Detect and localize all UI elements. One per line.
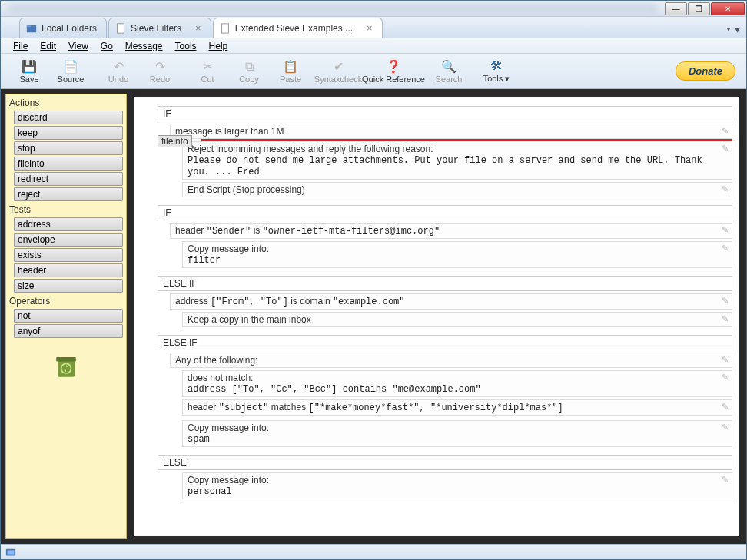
subtest[interactable]: header "subject" matches ["*make*money*f… — [182, 399, 732, 416]
content-area: Actionsdiscardkeepstopfileintoredirectre… — [1, 89, 746, 544]
quick reference-icon: ❓ — [386, 59, 401, 75]
sidebar-item-address[interactable]: address — [14, 217, 123, 231]
donate-button[interactable]: Donate — [676, 61, 735, 81]
search-icon: 🔍 — [441, 59, 456, 75]
toolbar-paste-button: 📋Paste — [270, 55, 311, 88]
toolbar-source-button[interactable]: 📄Source — [50, 55, 91, 88]
toolbar-label: Paste — [280, 75, 301, 84]
sidebar-item-fileinto[interactable]: fileinto — [14, 157, 123, 171]
paste-icon: 📋 — [283, 59, 298, 75]
script-block: IFheader "Sender" is "owner-ietf-mta-fil… — [158, 205, 732, 268]
script-editor[interactable]: fileinto IFmessage is larger than 1M✎Rej… — [134, 97, 739, 536]
edit-pencil-icon[interactable]: ✎ — [722, 422, 729, 432]
svg-rect-3 — [221, 23, 228, 32]
toolbar-save-button[interactable]: 💾Save — [8, 55, 50, 88]
edit-pencil-icon[interactable]: ✎ — [722, 126, 729, 136]
sidebar-heading-operators: Operators — [8, 294, 124, 308]
test-condition[interactable]: message is larger than 1M✎ — [170, 124, 732, 139]
maximize-button[interactable]: ❐ — [688, 2, 710, 15]
sidebar-item-envelope[interactable]: envelope — [14, 233, 123, 247]
action-line[interactable]: Copy message into:filter✎ — [182, 241, 732, 268]
redo-icon: ↷ — [152, 59, 168, 75]
edit-pencil-icon[interactable]: ✎ — [722, 184, 729, 194]
keyword-else[interactable]: ELSE — [158, 455, 732, 470]
sidebar-heading-actions: Actions — [8, 96, 124, 110]
sidebar-item-redirect[interactable]: redirect — [14, 172, 123, 186]
test-condition[interactable]: Any of the following:✎ — [170, 353, 732, 368]
edit-pencil-icon[interactable]: ✎ — [722, 355, 729, 365]
edit-pencil-icon[interactable]: ✎ — [722, 225, 729, 235]
edit-pencil-icon[interactable]: ✎ — [722, 244, 729, 253]
tabstrip: Local Folders Sieve Filters × Extended S… — [1, 17, 746, 38]
toolbar-label: Copy — [239, 75, 259, 84]
edit-pencil-icon[interactable]: ✎ — [722, 314, 729, 324]
tab-extended-examples[interactable]: Extended Sieve Examples ... × — [213, 18, 383, 38]
test-condition[interactable]: address ["From", "To"] is domain "exampl… — [170, 293, 732, 310]
window-title-blurred — [8, 3, 658, 14]
drop-indicator — [201, 139, 732, 141]
minimize-button[interactable]: — — [665, 2, 687, 15]
action-line[interactable]: End Script (Stop processing)✎ — [182, 182, 732, 197]
edit-pencil-icon[interactable]: ✎ — [722, 373, 729, 383]
tab-close-icon[interactable]: × — [367, 22, 373, 34]
status-icon — [5, 547, 16, 558]
toolbar-undo-button: ↶Undo — [98, 55, 139, 88]
toolbar-tools-button[interactable]: 🛠Tools ▾ — [476, 55, 517, 88]
tab-local-folders[interactable]: Local Folders — [19, 18, 107, 38]
sidebar-item-reject[interactable]: reject — [14, 187, 123, 201]
toolbar-search-button: 🔍Search — [428, 55, 470, 88]
sidebar-item-keep[interactable]: keep — [14, 126, 123, 140]
keyword-if[interactable]: IF — [158, 106, 732, 121]
toolbar-label: Undo — [108, 75, 128, 84]
menu-view[interactable]: View — [62, 39, 95, 53]
menu-message[interactable]: Message — [119, 39, 169, 53]
sidebar-item-not[interactable]: not — [14, 309, 123, 323]
sidebar-item-discard[interactable]: discard — [14, 111, 123, 124]
keyword-else-if[interactable]: ELSE IF — [158, 276, 732, 291]
keyword-else-if[interactable]: ELSE IF — [158, 335, 732, 350]
tab-sieve-filters[interactable]: Sieve Filters × — [108, 18, 211, 38]
menu-help[interactable]: Help — [203, 39, 234, 53]
sidebar-item-size[interactable]: size — [14, 279, 123, 293]
menu-go[interactable]: Go — [95, 39, 119, 53]
edit-pencil-icon[interactable]: ✎ — [722, 475, 729, 485]
toolbar-label: Redo — [150, 75, 170, 84]
script-block: ELSECopy message into:personal✎ — [158, 455, 732, 499]
sidebar-item-exists[interactable]: exists — [14, 248, 123, 262]
folder-icon — [26, 23, 37, 34]
sidebar-item-stop[interactable]: stop — [14, 141, 123, 155]
subtest[interactable]: does not match:address ["To", "Cc", "Bcc… — [182, 370, 732, 397]
tab-close-icon[interactable]: × — [195, 22, 201, 34]
copy-icon: ⧉ — [241, 59, 257, 75]
tools-icon: 🛠 — [489, 58, 504, 74]
source-icon: 📄 — [63, 59, 78, 75]
menu-file[interactable]: File — [7, 39, 34, 53]
test-condition[interactable]: header "Sender" is "owner-ietf-mta-filte… — [170, 223, 732, 239]
keyword-if[interactable]: IF — [158, 205, 732, 220]
page-icon — [115, 23, 126, 34]
menu-edit[interactable]: Edit — [34, 39, 62, 53]
tab-label: Local Folders — [42, 23, 97, 34]
toolbar-label: Tools ▾ — [483, 74, 510, 84]
edit-pencil-icon[interactable]: ✎ — [722, 144, 729, 154]
sidebar-item-header[interactable]: header — [14, 263, 123, 277]
edit-pencil-icon[interactable]: ✎ — [722, 296, 729, 306]
toolbar-quick-reference-button[interactable]: ❓Quick Reference — [359, 55, 428, 88]
toolbar-label: Source — [58, 75, 85, 84]
action-line[interactable]: Copy message into:personal✎ — [182, 472, 732, 499]
page-icon — [220, 23, 231, 34]
close-button[interactable]: ✕ — [711, 2, 745, 15]
action-line[interactable]: Keep a copy in the main inbox✎ — [182, 312, 732, 327]
edit-pencil-icon[interactable]: ✎ — [722, 402, 729, 412]
script-block: ELSE IFaddress ["From", "To"] is domain … — [158, 276, 732, 327]
menu-tools[interactable]: Tools — [169, 39, 203, 53]
trash-drop[interactable] — [8, 349, 124, 383]
statusbar — [1, 544, 746, 559]
toolbar-copy-button: ⧉Copy — [228, 55, 270, 88]
syntaxcheck-icon: ✔ — [330, 59, 346, 75]
chevron-down-icon: ▾ — [727, 26, 730, 33]
tabstrip-overflow[interactable]: ▾ ▾ — [727, 23, 746, 38]
action-line[interactable]: Reject incomming messages and reply the … — [182, 141, 732, 180]
sidebar-item-anyof[interactable]: anyof — [14, 324, 123, 338]
action-line[interactable]: Copy message into:spam✎ — [182, 420, 732, 447]
